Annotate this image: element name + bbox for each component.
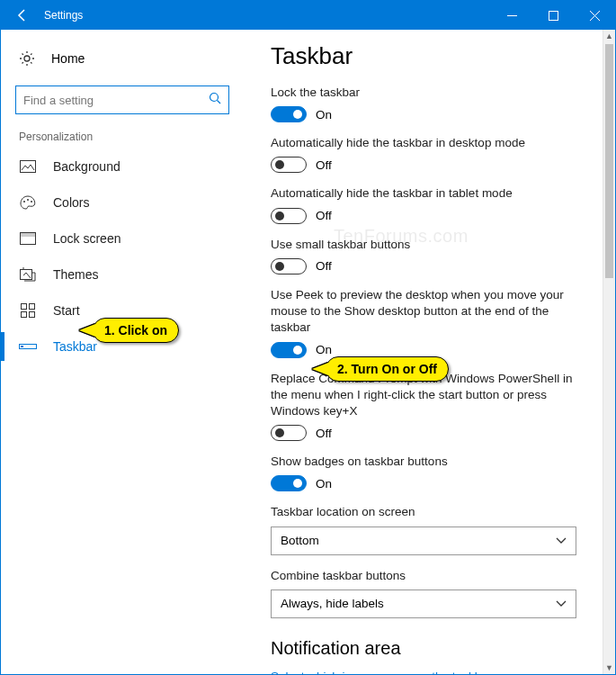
svg-rect-11 bbox=[30, 304, 35, 310]
search-box[interactable] bbox=[15, 86, 229, 114]
sidebar: Home Personalization Background Colors L… bbox=[1, 30, 244, 674]
window-title: Settings bbox=[44, 9, 83, 22]
svg-rect-12 bbox=[22, 312, 27, 318]
settings-gear-icon bbox=[19, 50, 35, 67]
chevron-down-icon bbox=[556, 534, 567, 547]
lock-screen-icon bbox=[19, 232, 37, 245]
sidebar-group-label: Personalization bbox=[1, 123, 244, 148]
setting-label: Use small taskbar buttons bbox=[271, 237, 588, 253]
link-select-icons[interactable]: Select which icons appear on the taskbar bbox=[271, 670, 588, 674]
nav-label: Themes bbox=[53, 267, 99, 282]
main-panel: Taskbar Lock the taskbarOnAutomatically … bbox=[244, 30, 615, 674]
home-nav[interactable]: Home bbox=[1, 40, 244, 76]
close-icon bbox=[590, 11, 600, 21]
toggle-state: Off bbox=[316, 209, 332, 222]
svg-rect-10 bbox=[22, 304, 27, 310]
titlebar: Settings bbox=[1, 1, 615, 30]
scrollbar[interactable]: ▲ ▼ bbox=[603, 30, 615, 674]
maximize-button[interactable] bbox=[532, 1, 574, 30]
svg-rect-3 bbox=[21, 161, 36, 173]
toggle-state: Off bbox=[316, 259, 332, 273]
taskbar-location-label: Taskbar location on screen bbox=[271, 504, 588, 520]
svg-point-4 bbox=[23, 201, 25, 202]
toggle-switch-5[interactable] bbox=[271, 425, 307, 441]
toggle-switch-4[interactable] bbox=[271, 342, 307, 358]
taskbar-location-select[interactable]: Bottom bbox=[271, 526, 576, 555]
annotation-callout-1: 1. Click on bbox=[93, 318, 179, 343]
themes-icon bbox=[19, 267, 37, 282]
toggle-state: On bbox=[316, 477, 332, 490]
toggle-switch-6[interactable] bbox=[271, 475, 307, 491]
taskbar-icon bbox=[19, 342, 37, 351]
toggle-switch-2[interactable] bbox=[271, 208, 307, 224]
picture-icon bbox=[19, 160, 37, 173]
setting-label: Show badges on taskbar buttons bbox=[271, 454, 588, 470]
svg-point-1 bbox=[24, 56, 30, 61]
combine-buttons-label: Combine taskbar buttons bbox=[271, 568, 588, 584]
minimize-icon bbox=[507, 11, 517, 21]
nav-label: Colors bbox=[53, 195, 89, 210]
svg-rect-8 bbox=[21, 233, 35, 237]
setting-label: Lock the taskbar bbox=[271, 85, 588, 101]
nav-label: Taskbar bbox=[53, 339, 97, 354]
nav-label: Background bbox=[53, 159, 121, 174]
sidebar-item-themes[interactable]: Themes bbox=[1, 256, 244, 292]
search-input[interactable] bbox=[23, 94, 209, 107]
select-value: Always, hide labels bbox=[281, 597, 384, 610]
svg-point-2 bbox=[210, 94, 219, 102]
arrow-left-icon bbox=[15, 8, 30, 22]
setting-label: Automatically hide the taskbar in tablet… bbox=[271, 185, 588, 202]
notification-area-heading: Notification area bbox=[271, 638, 588, 659]
toggle-switch-1[interactable] bbox=[271, 157, 307, 173]
close-button[interactable] bbox=[574, 1, 615, 30]
toggle-switch-3[interactable] bbox=[271, 258, 307, 274]
nav-label: Lock screen bbox=[53, 231, 121, 246]
nav-label: Start bbox=[53, 303, 80, 318]
home-label: Home bbox=[51, 51, 85, 66]
combine-buttons-select[interactable]: Always, hide labels bbox=[271, 590, 576, 618]
toggle-state: Off bbox=[316, 158, 332, 172]
chevron-down-icon bbox=[556, 597, 567, 610]
minimize-button[interactable] bbox=[491, 1, 532, 30]
back-button[interactable] bbox=[1, 1, 44, 30]
svg-point-5 bbox=[27, 199, 29, 201]
toggle-state: On bbox=[316, 343, 332, 356]
start-icon bbox=[19, 303, 37, 318]
sidebar-item-background[interactable]: Background bbox=[1, 148, 244, 184]
setting-label: Automatically hide the taskbar in deskto… bbox=[271, 135, 588, 151]
page-title: Taskbar bbox=[271, 42, 588, 70]
sidebar-item-colors[interactable]: Colors bbox=[1, 184, 244, 220]
toggle-state: On bbox=[316, 108, 332, 122]
select-value: Bottom bbox=[281, 534, 319, 547]
svg-rect-0 bbox=[549, 11, 558, 20]
setting-label: Use Peek to preview the desktop when you… bbox=[271, 287, 588, 337]
sidebar-item-lock-screen[interactable]: Lock screen bbox=[1, 220, 244, 256]
svg-rect-13 bbox=[30, 312, 35, 318]
toggle-state: Off bbox=[316, 427, 332, 440]
search-icon bbox=[209, 92, 221, 108]
maximize-icon bbox=[549, 11, 558, 21]
toggle-switch-0[interactable] bbox=[271, 106, 307, 122]
svg-point-6 bbox=[31, 201, 32, 202]
scrollbar-thumb[interactable] bbox=[605, 44, 613, 278]
annotation-callout-2: 2. Turn On or Off bbox=[326, 356, 449, 382]
scroll-down-arrow[interactable]: ▼ bbox=[603, 662, 615, 674]
palette-icon bbox=[19, 195, 37, 210]
scroll-up-arrow[interactable]: ▲ bbox=[603, 30, 615, 42]
svg-rect-15 bbox=[21, 346, 23, 347]
